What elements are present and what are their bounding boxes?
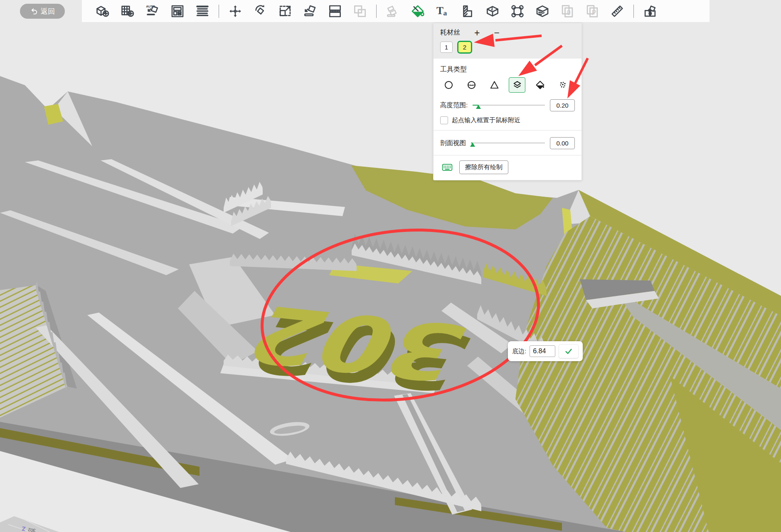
tool-type-row: [440, 77, 575, 93]
keyboard-icon: [440, 162, 454, 173]
ironing-icon[interactable]: [530, 1, 555, 21]
assembly-icon[interactable]: [638, 1, 663, 21]
paint-tool-panel: 耗材丝 + − 1 2 工具类型 高度范围: 起点输入框置于鼠标附近 剖面视图: [433, 23, 582, 180]
toolbar-separator: [376, 5, 377, 18]
filament-label: 耗材丝: [440, 28, 460, 37]
tool-type-label: 工具类型: [440, 65, 575, 74]
seam-p-icon[interactable]: P: [580, 1, 605, 21]
check-icon: [564, 347, 573, 356]
svg-text:0: 0: [567, 9, 571, 16]
rotate-icon[interactable]: [248, 1, 273, 21]
list-icon[interactable]: [190, 1, 215, 21]
auto-orient-icon[interactable]: AUTO: [140, 1, 165, 21]
bottom-edge-input-box: 底边:: [508, 341, 583, 361]
arrange-icon[interactable]: [165, 1, 190, 21]
lay-on-face-icon[interactable]: [298, 1, 323, 21]
viewport-3d-model[interactable]: 302 302 Z 302: [0, 0, 781, 532]
keyboard-shortcuts-button[interactable]: [440, 162, 454, 173]
toolbar-separator: [633, 5, 634, 18]
move-icon[interactable]: [223, 1, 248, 21]
add-cube-icon[interactable]: [90, 1, 115, 21]
svg-text:P: P: [592, 9, 596, 16]
erase-all-drawings-button[interactable]: 擦除所有绘制: [459, 160, 508, 174]
height-range-value[interactable]: [550, 99, 575, 111]
confirm-button[interactable]: [559, 344, 579, 358]
height-range-slider[interactable]: [473, 102, 545, 109]
section-view-label: 剖面视图: [440, 139, 466, 148]
sphere-tool-icon[interactable]: [463, 77, 480, 93]
section-view-slider[interactable]: [471, 140, 545, 147]
triangle-tool-icon[interactable]: [486, 77, 503, 93]
seam-0-icon[interactable]: 0: [555, 1, 580, 21]
section-view-value[interactable]: [550, 137, 575, 149]
add-filament-button[interactable]: +: [474, 29, 480, 37]
remove-filament-button[interactable]: −: [494, 29, 499, 37]
back-button-label: 返回: [41, 7, 55, 16]
bottom-edge-label: 底边:: [512, 347, 526, 355]
mirror-icon[interactable]: [380, 1, 405, 21]
measure-icon[interactable]: [605, 1, 630, 21]
back-button[interactable]: 返回: [20, 4, 65, 19]
panel-divider: [434, 130, 581, 131]
start-input-near-mouse-checkbox[interactable]: [440, 116, 448, 124]
spray-tool-icon[interactable]: [554, 77, 571, 93]
cut-icon[interactable]: [480, 1, 505, 21]
undo-arrow-icon: [30, 7, 38, 15]
height-range-label: 高度范围:: [440, 101, 468, 110]
text-icon[interactable]: Ta: [430, 1, 455, 21]
filament-section: 耗材丝 + − 1 2: [434, 23, 581, 59]
fill-tool-icon[interactable]: [532, 77, 548, 93]
start-input-near-mouse-label: 起点输入框置于鼠标附近: [452, 116, 520, 124]
build-plate-corner: Z 302: [0, 516, 59, 532]
paint-icon[interactable]: [405, 1, 430, 21]
filament-slot-1[interactable]: 1: [440, 42, 453, 53]
split-icon[interactable]: [323, 1, 347, 21]
circle-tool-icon[interactable]: [440, 77, 457, 93]
layers-tool-icon[interactable]: [509, 77, 525, 93]
top-toolbar: AUTOTa0P: [82, 0, 710, 22]
scale-icon[interactable]: [273, 1, 298, 21]
bottom-edge-input[interactable]: [530, 345, 555, 357]
panel-divider: [434, 155, 581, 155]
add-grid-icon[interactable]: [115, 1, 140, 21]
repair-icon[interactable]: [505, 1, 530, 21]
toolbar-separator: [219, 5, 219, 18]
support-icon[interactable]: [455, 1, 480, 21]
boolean-icon[interactable]: [347, 1, 372, 21]
svg-text:a: a: [443, 9, 447, 17]
svg-text:T: T: [436, 5, 443, 16]
filament-slot-2[interactable]: 2: [457, 41, 472, 54]
